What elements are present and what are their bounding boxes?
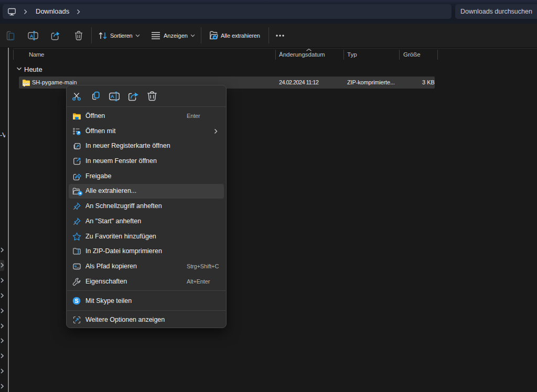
svg-text:S: S — [75, 298, 79, 304]
svg-text:A: A — [30, 34, 34, 39]
svg-text:A: A — [111, 93, 114, 99]
